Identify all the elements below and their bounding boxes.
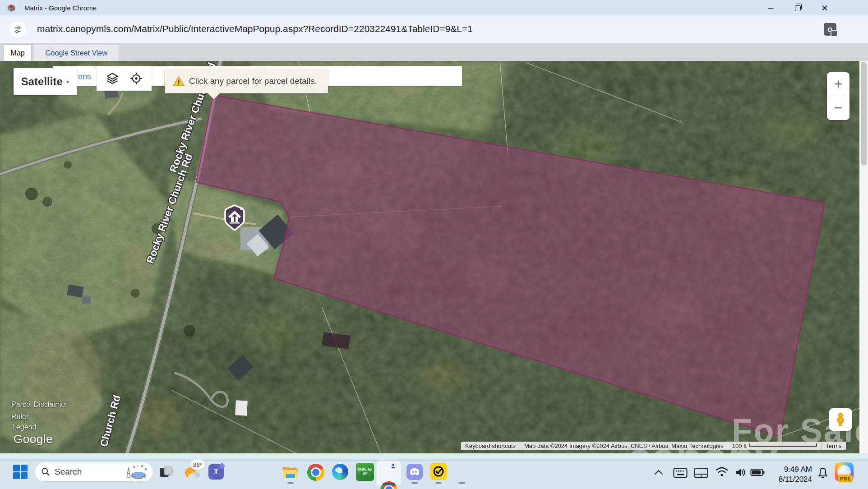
zoom-out-button[interactable]: − <box>827 96 850 120</box>
restore-button[interactable] <box>788 1 808 15</box>
zoom-in-button[interactable]: + <box>827 72 850 96</box>
testing-app-button[interactable] <box>430 463 447 480</box>
keyboard-shortcuts-link[interactable]: Keyboard shortcuts <box>461 442 520 450</box>
partial-link[interactable]: ens <box>78 72 91 82</box>
map-type-label: Satellite <box>21 75 63 88</box>
touch-keyboard-icon[interactable] <box>673 467 688 478</box>
taskbar-clock[interactable]: 9:49 AM 8/11/2024 <box>762 465 812 484</box>
active-indicator <box>383 483 395 485</box>
minimize-button[interactable]: – <box>761 1 780 15</box>
map-type-dropdown[interactable]: Satellite ▾ <box>14 68 77 95</box>
start-button[interactable] <box>13 464 28 480</box>
checkmark-icon <box>433 466 444 477</box>
edge-app-button[interactable] <box>332 464 348 480</box>
running-indicator <box>287 482 294 484</box>
site-settings-button[interactable] <box>10 22 26 38</box>
search-icon <box>41 467 50 476</box>
touchpad-icon[interactable] <box>694 467 708 478</box>
browser-window: Matrix - Google Chrome – ✕ matrix.canopy… <box>0 0 868 489</box>
notifications-bell-icon[interactable] <box>817 467 828 479</box>
parcel-notice-callout: Click any parcel for parcel details. <box>165 69 328 93</box>
discord-icon <box>409 468 420 476</box>
legend-link[interactable]: Legend <box>12 423 36 431</box>
window-title: Matrix - Google Chrome <box>24 4 97 12</box>
parcel-notice-text: Click any parcel for parcel details. <box>189 76 317 86</box>
close-button[interactable]: ✕ <box>815 1 835 15</box>
chevron-down-icon: ▾ <box>66 78 69 85</box>
copilot-pre-badge: PRE <box>838 475 853 482</box>
tab-gsv-label: Google Street View <box>45 49 107 57</box>
task-view-button[interactable] <box>159 465 173 480</box>
satellite-map-image[interactable]: For Sale Rocky River Church Rd Rocky Riv… <box>0 61 859 453</box>
my-location-icon[interactable] <box>129 72 143 85</box>
matrix-app-icon <box>6 3 16 13</box>
search-placeholder: Search <box>55 467 122 477</box>
terms-link[interactable]: Terms <box>821 442 845 450</box>
window-titlebar: Matrix - Google Chrome <box>0 0 868 16</box>
parcel-disclaimer-link[interactable]: Parcel Disclaimer <box>11 401 67 409</box>
map-zoom-control: + − <box>827 72 850 120</box>
edge-swirl <box>335 467 342 473</box>
scrollbar-thumb[interactable] <box>861 62 867 166</box>
tab-google-street-view[interactable]: Google Street View <box>33 44 119 61</box>
url-text[interactable]: matrix.canopymls.com/Matrix/Public/Inter… <box>37 23 473 34</box>
wifi-icon[interactable] <box>716 466 728 477</box>
running-indicator <box>411 482 418 484</box>
discord-app-button[interactable] <box>406 464 423 480</box>
layers-icon[interactable] <box>106 72 119 85</box>
tune-icon <box>14 25 23 34</box>
teams-app-button[interactable]: T <box>208 464 224 480</box>
chrome-app-button[interactable] <box>307 464 324 481</box>
running-indicator <box>459 482 465 484</box>
tab-map[interactable]: Map <box>4 44 32 61</box>
tray-chevron-icon[interactable] <box>654 469 663 475</box>
page-background-strip <box>0 453 868 460</box>
translate-icon[interactable]: G <box>824 23 836 36</box>
taskbar-search[interactable]: Search <box>34 462 153 482</box>
restore-icon <box>795 5 801 11</box>
search-highlight-doodle <box>122 464 148 480</box>
pegman-button[interactable] <box>829 408 852 431</box>
google-logo[interactable]: Google <box>14 432 53 446</box>
tab-strip: Map Google Street View <box>0 43 868 61</box>
map-viewport[interactable]: For Sale Rocky River Church Rd Rocky Riv… <box>0 61 859 453</box>
chrome-profile-badge <box>389 462 397 470</box>
warning-icon <box>173 76 185 87</box>
skills-label: Skills for All <box>356 468 374 476</box>
volume-icon[interactable] <box>734 467 747 478</box>
ruler-link[interactable]: Ruler <box>11 413 28 421</box>
file-explorer-button[interactable] <box>282 464 299 480</box>
clock-date: 8/11/2024 <box>762 475 812 484</box>
running-indicator <box>435 482 442 484</box>
clock-time: 9:49 AM <box>762 465 812 475</box>
tab-map-label: Map <box>10 49 24 57</box>
skills-for-all-button[interactable]: Skills for All <box>356 463 374 481</box>
pegman-icon <box>834 412 847 427</box>
temperature-badge: 88° <box>190 460 205 470</box>
map-tools-panel <box>97 66 152 91</box>
